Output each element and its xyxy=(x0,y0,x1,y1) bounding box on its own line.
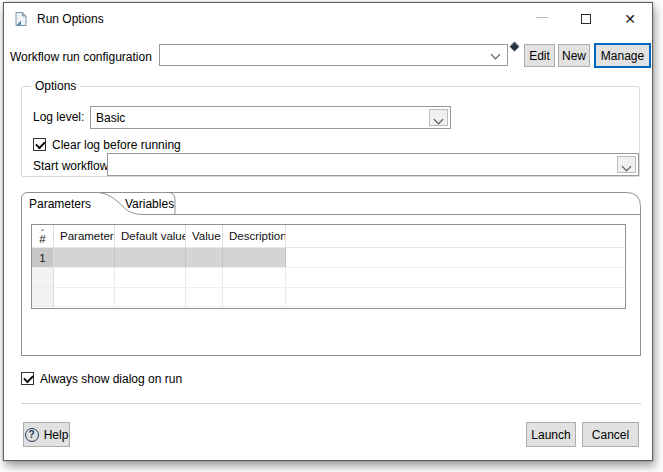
table-row[interactable]: 1 xyxy=(32,248,625,268)
workflow-config-combobox[interactable] xyxy=(159,44,508,66)
chevron-down-icon xyxy=(491,50,501,60)
parameter-cell[interactable] xyxy=(54,268,115,287)
environment-diamond-icon xyxy=(510,42,520,52)
options-group: Options Log level: Basic Clear log befor… xyxy=(21,86,640,177)
footer-separator xyxy=(21,403,641,404)
chevron-down-icon xyxy=(622,162,632,172)
default-value-cell[interactable] xyxy=(115,248,186,267)
tab-folder-outline xyxy=(21,189,641,215)
chevron-down-icon xyxy=(434,115,444,125)
value-cell[interactable] xyxy=(186,268,223,287)
help-button-label: Help xyxy=(44,428,69,442)
titlebar: Run Options — ✕ xyxy=(4,3,652,35)
default-value-cell[interactable] xyxy=(115,268,186,287)
combo-dropdown-button[interactable] xyxy=(429,109,448,126)
maximize-icon xyxy=(581,14,591,24)
filler-cell xyxy=(286,268,625,287)
table-row[interactable] xyxy=(32,288,625,307)
description-cell[interactable] xyxy=(223,268,286,287)
row-number-cell xyxy=(32,288,54,306)
column-header-parameter[interactable]: Parameter xyxy=(54,225,115,247)
minimize-icon: — xyxy=(536,10,548,24)
maximize-button[interactable] xyxy=(564,3,608,35)
value-cell[interactable] xyxy=(186,288,223,306)
cancel-button[interactable]: Cancel xyxy=(582,422,639,447)
launch-button[interactable]: Launch xyxy=(526,422,576,447)
tab-parameters[interactable]: Parameters xyxy=(29,194,91,214)
clear-log-label: Clear log before running xyxy=(52,138,181,152)
column-header-value[interactable]: Value xyxy=(186,225,223,247)
combo-dropdown-button[interactable] xyxy=(617,156,636,173)
table-row[interactable] xyxy=(32,268,625,288)
options-group-title: Options xyxy=(31,79,80,93)
run-options-dialog: Run Options — ✕ Workflow run configurati… xyxy=(3,2,653,461)
always-show-label: Always show dialog on run xyxy=(40,372,182,386)
manage-button[interactable]: Manage xyxy=(594,43,651,68)
row-number-cell: 1 xyxy=(32,248,54,267)
start-workflow-combobox[interactable] xyxy=(107,153,639,176)
description-cell[interactable] xyxy=(223,248,286,267)
close-icon: ✕ xyxy=(624,11,636,27)
workflow-config-label: Workflow run configuration xyxy=(10,50,152,64)
parameter-cell[interactable] xyxy=(54,288,115,306)
filler-cell xyxy=(286,288,625,306)
help-button[interactable]: ? Help xyxy=(23,422,70,447)
parameter-cell[interactable] xyxy=(54,248,115,267)
help-question-icon: ? xyxy=(25,428,39,442)
clear-log-checkbox[interactable] xyxy=(33,138,46,151)
column-header-default-value[interactable]: Default value xyxy=(115,225,186,247)
tab-variables[interactable]: Variables xyxy=(125,194,174,214)
value-cell[interactable] xyxy=(186,248,223,267)
edit-button[interactable]: Edit xyxy=(524,44,555,67)
log-level-label: Log level: xyxy=(33,110,84,124)
window-title: Run Options xyxy=(37,12,104,26)
log-level-combobox[interactable]: Basic xyxy=(90,106,451,129)
table-header-row: ˆ # Parameter Default value Value Descri… xyxy=(32,225,625,248)
column-header-description[interactable]: Description xyxy=(223,225,286,247)
app-document-icon xyxy=(13,11,29,27)
new-button[interactable]: New xyxy=(558,44,590,67)
filler-cell xyxy=(286,248,625,267)
row-number-cell xyxy=(32,268,54,287)
always-show-checkbox[interactable] xyxy=(21,372,34,385)
minimize-button[interactable]: — xyxy=(520,3,564,35)
log-level-value: Basic xyxy=(96,111,125,125)
close-button[interactable]: ✕ xyxy=(608,3,652,35)
default-value-cell[interactable] xyxy=(115,288,186,306)
column-header-filler xyxy=(286,225,625,247)
parameters-table: ˆ # Parameter Default value Value Descri… xyxy=(31,224,626,309)
description-cell[interactable] xyxy=(223,288,286,306)
column-header-number[interactable]: ˆ # xyxy=(32,225,54,247)
